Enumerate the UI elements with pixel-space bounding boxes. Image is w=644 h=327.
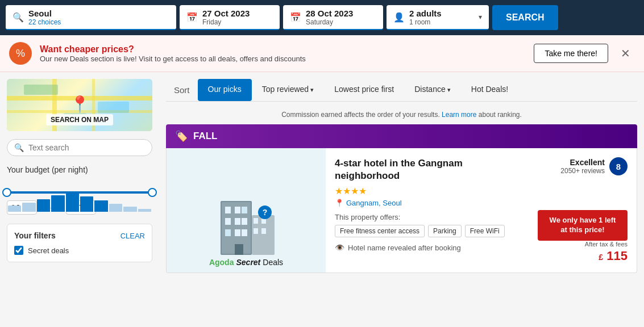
tab-lowest-price[interactable]: Lowest price first	[324, 79, 404, 101]
svg-rect-5	[98, 102, 129, 113]
hotel-tags: Free fitness center access Parking Free …	[335, 225, 520, 237]
svg-rect-12	[225, 218, 231, 225]
secret-deals-label: Secret deals	[28, 246, 69, 255]
calendar-icon-2: 📅	[290, 12, 301, 23]
bar-5	[66, 191, 79, 212]
search-icon: 🔍	[14, 143, 24, 152]
main-layout: 📍 SEARCH ON MAP 🔍 Your budget (per night…	[0, 72, 644, 273]
text-search-input[interactable]	[28, 143, 145, 152]
location-text[interactable]: Gangnam, Seoul	[346, 199, 402, 207]
svg-rect-22	[254, 228, 258, 234]
hotel-offers-title: This property offers:	[335, 213, 520, 221]
checkin-date-box[interactable]: 📅 27 Oct 2023 Friday	[180, 5, 280, 30]
calendar-icon: 📅	[186, 12, 198, 23]
tag-wifi: Free WiFi	[465, 225, 505, 237]
svg-rect-10	[235, 207, 240, 213]
guests-count: 2 adults	[409, 9, 442, 18]
price-currency: £	[599, 253, 603, 262]
bar-4	[51, 195, 64, 212]
budget-title: Your budget (per night)	[7, 165, 152, 174]
map-label[interactable]: SEARCH ON MAP	[46, 114, 113, 125]
map-pin-icon: 📍	[70, 95, 90, 114]
commission-notice: Commission earned affects the order of y…	[166, 107, 637, 124]
svg-rect-20	[254, 218, 258, 224]
filters-header: Your filters CLEAR	[14, 231, 145, 240]
price-bottom-area: We only have 1 left at this price! After…	[538, 210, 628, 263]
banner-title: Want cheaper prices?	[40, 44, 306, 54]
agoda-text: Agoda	[209, 258, 234, 267]
hotel-hidden-name: 👁️ Hotel name revealed after booking	[335, 243, 520, 252]
bar-3	[37, 199, 50, 212]
price-value: 115	[606, 249, 628, 263]
location-pin-icon: 📍	[335, 199, 344, 207]
review-text: Excellent 2050+ reviews	[560, 158, 605, 175]
tab-distance[interactable]: Distance	[404, 79, 461, 101]
svg-text:?: ?	[263, 208, 268, 217]
fall-section-banner: 🏷️ FALL	[166, 124, 637, 148]
tab-hot-deals[interactable]: Hot Deals!	[461, 79, 518, 101]
deals-icon: %	[9, 42, 32, 65]
review-section: Excellent 2050+ reviews 8	[560, 157, 628, 175]
filters-section: Your filters CLEAR Secret deals	[7, 224, 152, 262]
sidebar: 📍 SEARCH ON MAP 🔍 Your budget (per night…	[0, 72, 159, 273]
header: 🔍 Seoul 22 choices 📅 27 Oct 2023 Friday …	[0, 0, 644, 35]
slider-thumb-max[interactable]	[148, 188, 157, 197]
close-banner-button[interactable]: ✕	[616, 44, 635, 62]
svg-rect-15	[225, 229, 231, 236]
tag-fitness: Free fitness center access	[335, 225, 425, 237]
bar-6	[80, 196, 93, 212]
budget-section: Your budget (per night)	[7, 165, 152, 215]
take-me-there-button[interactable]: Take me there!	[534, 44, 608, 63]
review-count: 2050+ reviews	[560, 167, 605, 175]
budget-bar-chart	[7, 191, 152, 212]
chevron-down-icon: ▾	[479, 13, 482, 21]
choices-count: 22 choices	[28, 18, 61, 26]
learn-more-link[interactable]: Learn more	[442, 111, 476, 119]
tab-top-reviewed[interactable]: Top reviewed	[252, 79, 325, 101]
sort-bar: Sort Our picks Top reviewed Lowest price…	[166, 79, 637, 102]
banner-body: Our new Deals section is live! Visit to …	[40, 54, 306, 63]
banner-text-area: Want cheaper prices? Our new Deals secti…	[40, 44, 306, 63]
deals-text: Deals	[263, 258, 283, 267]
bar-10	[138, 209, 151, 212]
destination-city: Seoul	[28, 9, 61, 18]
checkin-day: Friday	[202, 18, 250, 26]
agoda-deals-label: Agoda Secret Deals	[209, 258, 283, 267]
hotel-card[interactable]: ? Agoda Secret Deals 4-star hotel in the…	[166, 148, 637, 273]
hidden-name-text: Hotel name revealed after booking	[348, 244, 461, 252]
bar-2	[22, 203, 35, 212]
search-button[interactable]: SEARCH	[492, 5, 558, 30]
tab-our-picks[interactable]: Our picks	[198, 79, 252, 101]
tag-parking: Parking	[428, 225, 462, 237]
svg-rect-16	[235, 229, 240, 236]
rooms-count: 1 room	[409, 18, 442, 26]
filters-clear-button[interactable]: CLEAR	[121, 232, 145, 240]
svg-rect-18	[235, 244, 243, 255]
hotel-name: 4-star hotel in the Gangnam neighborhood	[335, 157, 520, 182]
map-section[interactable]: 📍 SEARCH ON MAP	[7, 79, 152, 131]
bar-1	[8, 206, 21, 212]
sort-label: Sort	[166, 79, 198, 100]
bar-9	[123, 207, 136, 212]
secret-text: Secret	[236, 258, 260, 267]
slider-thumb-min[interactable]	[2, 188, 11, 197]
destination-search-box[interactable]: 🔍 Seoul 22 choices	[6, 5, 176, 30]
review-label: Excellent	[560, 158, 605, 167]
checkout-date-box[interactable]: 📅 28 Oct 2023 Saturday	[283, 5, 383, 30]
text-search-box[interactable]: 🔍	[7, 139, 152, 156]
svg-rect-13	[235, 218, 240, 225]
guests-box[interactable]: 👤 2 adults 1 room ▾	[387, 5, 489, 30]
svg-rect-14	[242, 218, 247, 225]
hotel-info: 4-star hotel in the Gangnam neighborhood…	[326, 148, 529, 272]
checkout-date: 28 Oct 2023	[306, 9, 353, 18]
budget-slider-track[interactable]	[7, 191, 152, 194]
tag-icon: 🏷️	[175, 130, 188, 142]
secret-deals-checkbox[interactable]	[14, 246, 23, 255]
svg-rect-17	[242, 229, 247, 236]
search-icon: 🔍	[13, 12, 24, 23]
guests-icon: 👤	[393, 12, 405, 23]
hotel-price-area: Excellent 2050+ reviews 8 We only have 1…	[529, 148, 637, 272]
checkout-day: Saturday	[306, 18, 353, 26]
review-score-badge: 8	[609, 157, 628, 175]
filters-title: Your filters	[14, 231, 56, 240]
